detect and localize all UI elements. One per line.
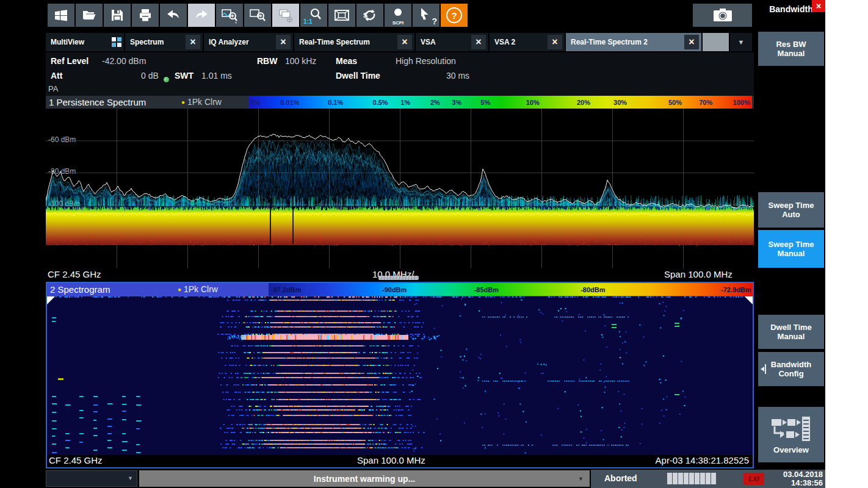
persistence-window-titlebar[interactable]: 1 Persistence Spectrum ● 1Pk Clrw 0% 0.0… (46, 96, 754, 109)
scale-label: 20% (577, 96, 590, 109)
spectrogram-window-title: 2 Spectrogram (50, 283, 110, 296)
ref-level-value[interactable]: -42.00 dBm (102, 56, 146, 66)
tab-label: VSA (421, 38, 436, 46)
softkey-bandwidth-config[interactable]: Bandwidth Config (758, 352, 824, 386)
persistence-plot[interactable]: -60 dBm -80 dBm -100 dBm (46, 109, 754, 268)
tab-close-icon[interactable]: × (397, 35, 412, 49)
tab-close-icon[interactable]: × (186, 35, 200, 49)
zoom-selection-button[interactable] (216, 4, 243, 27)
swt-value[interactable]: 1.01 ms (201, 71, 232, 81)
scale-label: 3% (452, 96, 461, 109)
spectrogram-trace-legend: ● 1Pk Clrw (178, 283, 218, 296)
camera-icon (711, 7, 735, 24)
persistence-cf-readout: CF 2.45 GHz (48, 269, 101, 279)
frame-icon (333, 7, 350, 24)
tab-vsa-2[interactable]: VSA 2 × (490, 33, 565, 51)
status-right-panel: Aborted LXI 03.04.2018 14:38:56 (591, 470, 825, 488)
softkey-sidebar: Bandwidth × Res BW Manual Sweep Time Aut… (757, 0, 825, 470)
scale-label: -85dBm (474, 283, 499, 296)
tab-close-icon[interactable]: × (471, 35, 486, 49)
redo-arrow-icon (193, 7, 209, 23)
dwell-time-value[interactable]: 30 ms (446, 71, 469, 81)
tab-spare-area (703, 33, 729, 51)
settings-header: Ref Level -42.00 dBm RBW 100 kHz Meas Hi… (46, 52, 754, 96)
spectrogram-color-scale: -97.2dBm -90dBm -85dBm -80dBm -72.9dBm (269, 283, 753, 296)
tab-label: Real-Time Spectrum 2 (571, 38, 648, 46)
auto-refresh-button[interactable]: S (356, 4, 383, 27)
scale-label: 70% (699, 96, 712, 109)
zoom-trace-icon (221, 7, 238, 24)
time-readout: 14:38:56 (791, 478, 823, 487)
softkey-dwell-time-manual[interactable]: Dwell Time Manual (758, 315, 824, 349)
status-message-bar[interactable]: Instrument warming up... ▼ (139, 470, 590, 487)
help-button[interactable]: ? (441, 4, 468, 27)
context-help-button[interactable]: ? (413, 4, 439, 27)
datetime-readout: 03.04.2018 14:38:56 (783, 470, 823, 487)
meas-value[interactable]: High Resolution (396, 56, 456, 66)
softkey-sweep-time-manual[interactable]: Sweep Time Manual (758, 230, 824, 268)
zoom-button[interactable] (244, 4, 271, 27)
softkey-sweep-time-auto[interactable]: Sweep Time Auto (758, 192, 824, 228)
print-button[interactable] (132, 4, 159, 27)
persistence-trace-legend: ● 1Pk Clrw (181, 96, 222, 109)
softkey-overview[interactable]: Overview (758, 407, 824, 462)
screenshot-button[interactable] (693, 4, 752, 27)
rbw-value[interactable]: 100 kHz (285, 56, 316, 66)
zoom-icon (249, 7, 266, 24)
tab-close-icon[interactable]: × (548, 35, 562, 49)
scpi-recorder-button[interactable]: SCPI (385, 4, 411, 27)
att-value[interactable]: 0 dB (141, 71, 159, 81)
sync-s-label: S (363, 12, 367, 19)
record-circle-icon (390, 7, 406, 18)
scale-label: -72.9dBm (721, 283, 751, 296)
tab-list-dropdown[interactable]: ▼ (730, 33, 752, 51)
trace-dot-icon: ● (178, 286, 181, 293)
add-window-icon (277, 7, 294, 24)
tab-label: Real-Time Spectrum (299, 38, 370, 46)
persistence-plot-canvas[interactable] (46, 109, 754, 268)
scale-label: 100% (733, 96, 750, 109)
spectrogram-window-titlebar[interactable]: 2 Spectrogram ● 1Pk Clrw -97.2dBm -90dBm… (47, 283, 753, 296)
scrollbar-thumb[interactable] (378, 276, 419, 280)
scale-label: 30% (613, 96, 627, 109)
tab-multiview[interactable]: MultiView (46, 33, 124, 51)
close-menu-button[interactable]: × (812, 0, 825, 12)
context-help-label: ? (432, 16, 437, 26)
persistence-span-readout: Span 100.0 MHz (664, 269, 732, 279)
windows-menu-button[interactable] (48, 4, 74, 27)
opens-dialog-icon (761, 364, 767, 374)
scale-label: 0% (251, 96, 261, 109)
new-window-button[interactable] (272, 4, 299, 27)
tab-real-time-spectrum[interactable]: Real-Time Spectrum × (294, 33, 414, 51)
save-icon (109, 7, 125, 23)
dropdown-arrow-icon: ▼ (128, 475, 133, 481)
overview-flowchart-icon (771, 415, 811, 443)
tab-vsa[interactable]: VSA × (416, 33, 488, 51)
tab-close-icon[interactable]: × (684, 35, 699, 49)
tab-label: MultiView (51, 38, 84, 46)
redo-button[interactable] (188, 4, 215, 27)
tab-spectrum[interactable]: Spectrum × (125, 33, 203, 51)
softkey-res-bw-manual[interactable]: Res BW Manual (758, 32, 824, 66)
tab-close-icon[interactable]: × (276, 35, 291, 49)
tab-real-time-spectrum-2[interactable]: Real-Time Spectrum 2 × (566, 33, 701, 51)
display-frame-button[interactable] (328, 4, 355, 27)
tab-label: Spectrum (130, 38, 164, 46)
windows-logo-icon (53, 7, 69, 23)
persistence-window-title: 1 Persistence Spectrum (49, 96, 146, 109)
save-button[interactable] (104, 4, 131, 27)
ref-level-label: Ref Level (51, 56, 89, 66)
spectrogram-plot-canvas[interactable] (47, 296, 753, 455)
scale-label: 5% (480, 96, 490, 109)
spectrogram-span-readout: Span 100.0 MHz (357, 455, 425, 465)
tab-iq-analyzer[interactable]: IQ Analyzer × (204, 33, 293, 51)
open-button[interactable] (76, 4, 103, 27)
status-left-dropdown[interactable]: ▼ (46, 470, 137, 487)
undo-button[interactable] (160, 4, 187, 27)
help-icon: ? (446, 7, 462, 23)
multiview-grid-icon (112, 37, 121, 47)
scale-label: -90dBm (382, 283, 407, 296)
scale-label: 0.1% (328, 96, 343, 109)
zoom-1to1-button[interactable]: 1:1 (300, 4, 327, 27)
sweep-state-label: Aborted (604, 473, 637, 483)
